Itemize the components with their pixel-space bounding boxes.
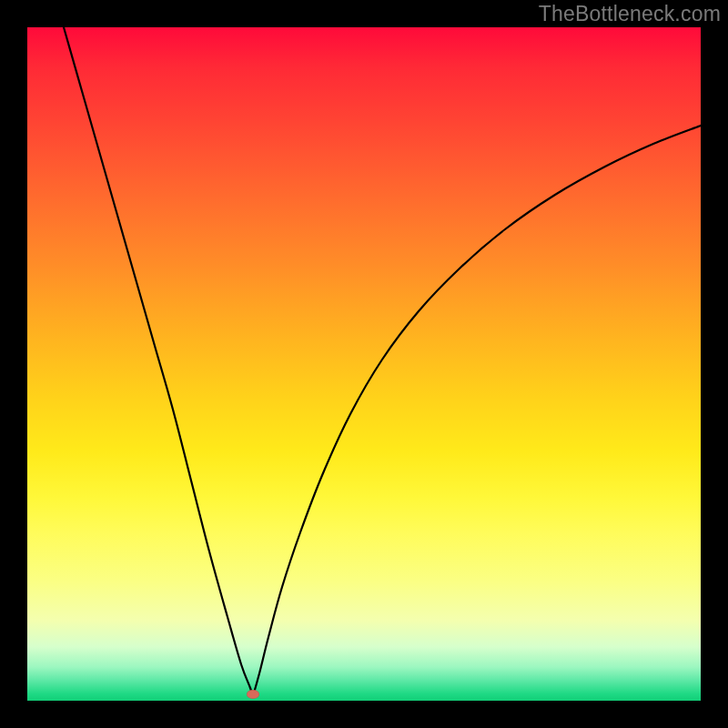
attribution-label: TheBottleneck.com xyxy=(539,2,721,26)
plot-area xyxy=(27,27,701,701)
minimum-marker xyxy=(247,690,259,699)
curve-svg xyxy=(27,27,701,701)
chart-frame: TheBottleneck.com xyxy=(0,0,728,728)
bottleneck-curve xyxy=(64,27,701,696)
